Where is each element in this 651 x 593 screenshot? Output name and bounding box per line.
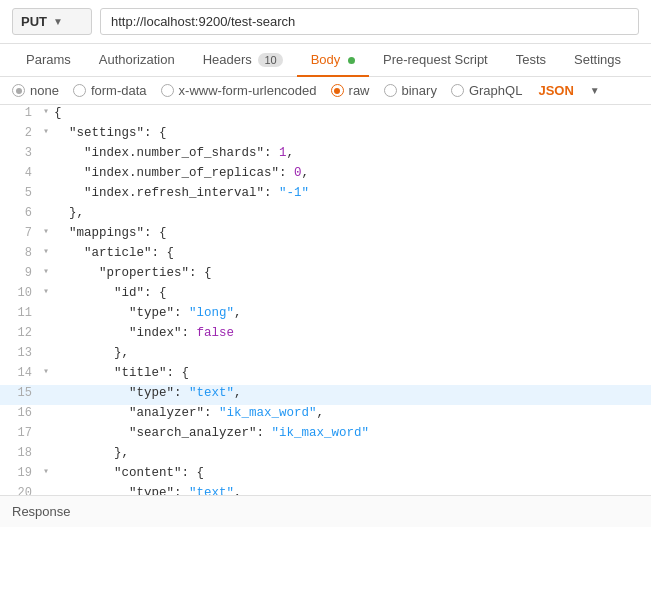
line-number: 18 xyxy=(0,445,38,460)
code-content: "mappings": { xyxy=(54,225,651,241)
method-label: PUT xyxy=(21,14,47,29)
radio-binary[interactable]: binary xyxy=(384,83,437,98)
radio-form-data-circle xyxy=(73,84,86,97)
code-content: "settings": { xyxy=(54,125,651,141)
line-number: 7 xyxy=(0,225,38,240)
code-content: "type": "long", xyxy=(54,305,651,321)
method-select[interactable]: PUT ▼ xyxy=(12,8,92,35)
code-content: "type": "text", xyxy=(54,485,651,495)
code-content: "properties": { xyxy=(54,265,651,281)
line-number: 9 xyxy=(0,265,38,280)
line-number: 1 xyxy=(0,105,38,120)
code-line-2: 2▾ "settings": { xyxy=(0,125,651,145)
radio-form-data[interactable]: form-data xyxy=(73,83,147,98)
line-number: 8 xyxy=(0,245,38,260)
tab-prerequest[interactable]: Pre-request Script xyxy=(369,44,502,77)
fold-icon[interactable]: ▾ xyxy=(38,105,54,117)
code-line-9: 9▾ "properties": { xyxy=(0,265,651,285)
radio-none-circle xyxy=(12,84,25,97)
line-number: 10 xyxy=(0,285,38,300)
radio-graphql[interactable]: GraphQL xyxy=(451,83,522,98)
fold-icon[interactable]: ▾ xyxy=(38,265,54,277)
code-content: }, xyxy=(54,205,651,221)
code-line-4: 4 "index.number_of_replicas": 0, xyxy=(0,165,651,185)
radio-binary-circle xyxy=(384,84,397,97)
radio-raw[interactable]: raw xyxy=(331,83,370,98)
radio-raw-circle xyxy=(331,84,344,97)
code-content: { xyxy=(54,105,651,121)
code-line-15: 15 "type": "text", xyxy=(0,385,651,405)
code-content: "id": { xyxy=(54,285,651,301)
line-number: 14 xyxy=(0,365,38,380)
code-content: "analyzer": "ik_max_word", xyxy=(54,405,651,421)
tab-authorization[interactable]: Authorization xyxy=(85,44,189,77)
code-content: "title": { xyxy=(54,365,651,381)
code-line-18: 18 }, xyxy=(0,445,651,465)
code-content: "index.refresh_interval": "-1" xyxy=(54,185,651,201)
code-content: "index.number_of_shards": 1, xyxy=(54,145,651,161)
fold-icon[interactable]: ▾ xyxy=(38,245,54,257)
radio-graphql-circle xyxy=(451,84,464,97)
body-toolbar: none form-data x-www-form-urlencoded raw… xyxy=(0,77,651,105)
code-line-1: 1▾{ xyxy=(0,105,651,125)
code-content: "article": { xyxy=(54,245,651,261)
code-line-10: 10▾ "id": { xyxy=(0,285,651,305)
code-content: }, xyxy=(54,345,651,361)
body-dot xyxy=(348,57,355,64)
format-label[interactable]: JSON xyxy=(538,83,573,98)
code-line-16: 16 "analyzer": "ik_max_word", xyxy=(0,405,651,425)
request-tabs: Params Authorization Headers 10 Body Pre… xyxy=(0,44,651,77)
fold-icon[interactable]: ▾ xyxy=(38,365,54,377)
body-type-group: none form-data x-www-form-urlencoded raw… xyxy=(12,83,522,98)
code-line-7: 7▾ "mappings": { xyxy=(0,225,651,245)
code-content: "search_analyzer": "ik_max_word" xyxy=(54,425,651,441)
headers-badge: 10 xyxy=(258,53,282,67)
line-number: 5 xyxy=(0,185,38,200)
url-input[interactable] xyxy=(100,8,639,35)
radio-urlencoded[interactable]: x-www-form-urlencoded xyxy=(161,83,317,98)
code-line-5: 5 "index.refresh_interval": "-1" xyxy=(0,185,651,205)
tab-settings[interactable]: Settings xyxy=(560,44,635,77)
line-number: 20 xyxy=(0,485,38,495)
tab-params[interactable]: Params xyxy=(12,44,85,77)
line-number: 17 xyxy=(0,425,38,440)
code-content: "content": { xyxy=(54,465,651,481)
line-number: 16 xyxy=(0,405,38,420)
code-content: "index.number_of_replicas": 0, xyxy=(54,165,651,181)
code-content: }, xyxy=(54,445,651,461)
code-editor[interactable]: 1▾{2▾ "settings": {3 "index.number_of_sh… xyxy=(0,105,651,495)
tab-tests[interactable]: Tests xyxy=(502,44,560,77)
tab-body[interactable]: Body xyxy=(297,44,369,77)
code-line-14: 14▾ "title": { xyxy=(0,365,651,385)
line-number: 4 xyxy=(0,165,38,180)
code-line-17: 17 "search_analyzer": "ik_max_word" xyxy=(0,425,651,445)
line-number: 6 xyxy=(0,205,38,220)
code-line-8: 8▾ "article": { xyxy=(0,245,651,265)
fold-icon[interactable]: ▾ xyxy=(38,285,54,297)
radio-none[interactable]: none xyxy=(12,83,59,98)
code-line-12: 12 "index": false xyxy=(0,325,651,345)
method-chevron: ▼ xyxy=(53,16,63,27)
code-line-3: 3 "index.number_of_shards": 1, xyxy=(0,145,651,165)
code-line-11: 11 "type": "long", xyxy=(0,305,651,325)
format-dropdown-arrow[interactable]: ▼ xyxy=(590,85,600,96)
tab-headers[interactable]: Headers 10 xyxy=(189,44,297,77)
code-line-19: 19▾ "content": { xyxy=(0,465,651,485)
radio-urlencoded-circle xyxy=(161,84,174,97)
line-number: 19 xyxy=(0,465,38,480)
code-content: "type": "text", xyxy=(54,385,651,401)
fold-icon[interactable]: ▾ xyxy=(38,225,54,237)
line-number: 15 xyxy=(0,385,38,400)
line-number: 3 xyxy=(0,145,38,160)
code-line-13: 13 }, xyxy=(0,345,651,365)
fold-icon[interactable]: ▾ xyxy=(38,125,54,137)
response-section: Response xyxy=(0,495,651,527)
code-line-6: 6 }, xyxy=(0,205,651,225)
line-number: 2 xyxy=(0,125,38,140)
url-bar: PUT ▼ xyxy=(0,0,651,44)
fold-icon[interactable]: ▾ xyxy=(38,465,54,477)
code-line-20: 20 "type": "text", xyxy=(0,485,651,495)
line-number: 13 xyxy=(0,345,38,360)
line-number: 11 xyxy=(0,305,38,320)
line-number: 12 xyxy=(0,325,38,340)
